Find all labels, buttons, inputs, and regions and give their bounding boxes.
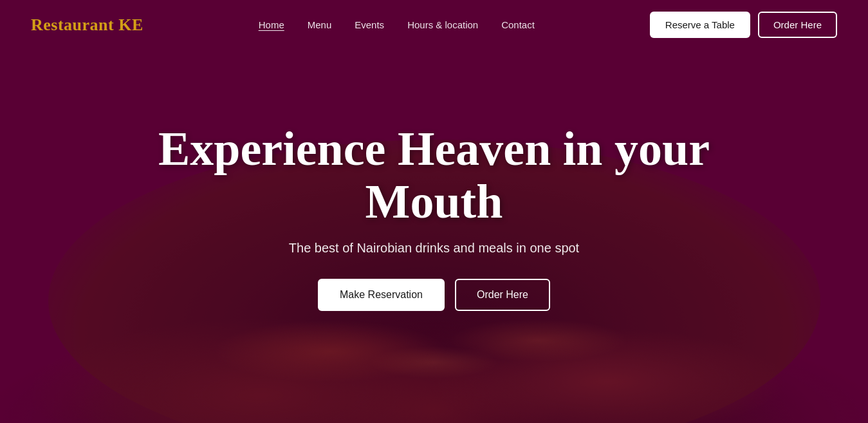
order-here-nav-button[interactable]: Order Here bbox=[758, 12, 837, 38]
nav-item-home[interactable]: Home bbox=[259, 19, 284, 31]
hero-buttons: Make Reservation Order Here bbox=[318, 279, 550, 311]
nav-link-contact[interactable]: Contact bbox=[501, 19, 535, 30]
nav-link-hours[interactable]: Hours & location bbox=[407, 19, 478, 30]
navbar: Restaurant KE Home Menu Events Hours & l… bbox=[0, 0, 868, 50]
nav-links: Home Menu Events Hours & location Contac… bbox=[259, 19, 535, 31]
hero-content: Experience Heaven in your Mouth The best… bbox=[0, 50, 868, 423]
hero-title: Experience Heaven in your Mouth bbox=[145, 123, 724, 228]
hero-section: Restaurant KE Home Menu Events Hours & l… bbox=[0, 0, 868, 423]
brand-logo: Restaurant KE bbox=[31, 15, 143, 35]
order-here-hero-button[interactable]: Order Here bbox=[455, 279, 550, 311]
nav-item-contact[interactable]: Contact bbox=[501, 19, 535, 31]
reserve-table-button[interactable]: Reserve a Table bbox=[650, 12, 750, 38]
nav-item-hours[interactable]: Hours & location bbox=[407, 19, 478, 31]
nav-buttons: Reserve a Table Order Here bbox=[650, 12, 837, 38]
nav-link-menu[interactable]: Menu bbox=[308, 19, 332, 30]
nav-link-home[interactable]: Home bbox=[259, 19, 284, 30]
nav-link-events[interactable]: Events bbox=[355, 19, 384, 30]
nav-item-events[interactable]: Events bbox=[355, 19, 384, 31]
hero-subtitle: The best of Nairobian drinks and meals i… bbox=[289, 241, 579, 256]
nav-item-menu[interactable]: Menu bbox=[308, 19, 332, 31]
make-reservation-button[interactable]: Make Reservation bbox=[318, 279, 445, 311]
